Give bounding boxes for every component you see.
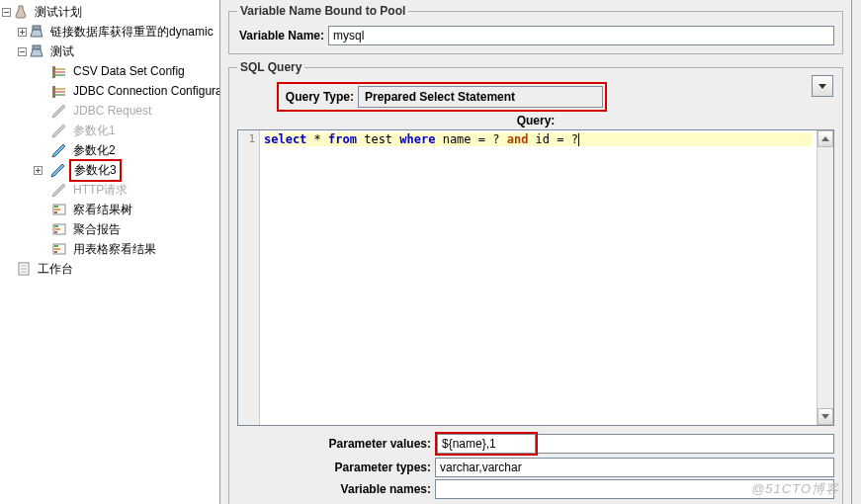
query-label: Query: (237, 114, 834, 127)
tree-root[interactable]: 测试计划 (0, 2, 219, 22)
tree-jdbc-request[interactable]: JDBC Request (0, 101, 219, 121)
dropdown-button[interactable] (812, 75, 833, 97)
tree-label: 参数化1 (70, 122, 119, 140)
tree-http-request[interactable]: HTTP请求 (0, 180, 219, 200)
querytype-value: Prepared Select Statement (358, 86, 603, 108)
paramvalues-input[interactable] (437, 434, 536, 454)
tree-label: 测试计划 (32, 3, 85, 22)
config-panel: Variable Name Bound to Pool Variable Nam… (220, 0, 851, 504)
varname-label: Variable Name: (237, 29, 328, 42)
querytype-dropdown[interactable]: Prepared Select Statement (358, 86, 603, 108)
config-icon (51, 63, 67, 79)
tree-workbench[interactable]: 工作台 (0, 259, 219, 279)
sampler-icon (51, 103, 67, 119)
svg-rect-5 (52, 66, 55, 78)
tree-threadgroup-1[interactable]: 链接数据库获得重置的dynamic (0, 22, 219, 42)
sql-editor[interactable]: 1 select * from test where name = ? and … (237, 129, 834, 426)
svg-rect-19 (54, 245, 58, 247)
watermark: @51CTO博客 (751, 480, 839, 498)
svg-rect-9 (52, 86, 55, 98)
fieldset-legend: SQL Query (237, 60, 304, 74)
scroll-down-icon[interactable] (818, 408, 833, 425)
toggle-icon[interactable] (34, 166, 43, 175)
tree-label: HTTP请求 (70, 181, 130, 200)
svg-rect-17 (54, 231, 57, 233)
tree-label: 用表格察看结果 (70, 240, 159, 259)
querytype-label: Query Type: (281, 90, 358, 104)
svg-rect-21 (54, 251, 57, 253)
workbench-icon (16, 261, 32, 277)
tree-label: 参数化3 (69, 159, 122, 182)
fieldset-varname: Variable Name Bound to Pool Variable Nam… (228, 4, 843, 54)
svg-rect-15 (54, 225, 58, 227)
paramtypes-input[interactable] (435, 458, 834, 477)
editor-content[interactable]: select * from test where name = ? and id… (260, 130, 817, 425)
tree-param3[interactable]: 参数化3 (0, 160, 219, 180)
sampler-icon (51, 142, 67, 158)
svg-rect-13 (54, 211, 57, 213)
paramtypes-label: Parameter types: (237, 461, 435, 474)
svg-rect-20 (54, 248, 60, 250)
varnames-label: Variable names: (237, 482, 435, 496)
listener-icon (51, 221, 67, 237)
tree-label: JDBC Request (70, 103, 154, 119)
listener-icon (51, 202, 67, 217)
flask-icon (13, 4, 29, 20)
sampler-icon (51, 123, 67, 138)
tree-param1[interactable]: 参数化1 (0, 121, 219, 140)
tree-param2[interactable]: 参数化2 (0, 140, 219, 160)
tree-label: 链接数据库获得重置的dynamic (47, 23, 216, 42)
paramvalues-input-ext[interactable] (538, 434, 834, 454)
svg-rect-11 (54, 206, 58, 208)
tree-table-results[interactable]: 用表格察看结果 (0, 239, 219, 259)
svg-rect-1 (33, 45, 41, 49)
svg-rect-0 (33, 26, 41, 30)
tree-results-tree[interactable]: 察看结果树 (0, 200, 219, 219)
fieldset-legend: Variable Name Bound to Pool (237, 4, 408, 18)
listener-icon (51, 241, 67, 257)
svg-rect-16 (54, 228, 60, 230)
tree-jdbc-config[interactable]: JDBC Connection Configurat (0, 81, 219, 101)
tree-label: 聚合报告 (70, 220, 124, 239)
text-cursor (578, 133, 579, 146)
threadgroup-icon (29, 43, 44, 59)
tree-label: JDBC Connection Configurat (70, 83, 220, 99)
editor-gutter: 1 (238, 130, 260, 425)
toggle-icon[interactable] (18, 28, 27, 37)
toggle-icon[interactable] (2, 8, 11, 17)
paramvalues-label: Parameter values: (237, 437, 435, 451)
threadgroup-icon (29, 24, 44, 40)
tree-label: 测试 (47, 42, 77, 61)
tree-threadgroup-2[interactable]: 测试 (0, 42, 219, 61)
editor-scrollbar[interactable] (817, 130, 833, 425)
scroll-up-icon[interactable] (818, 130, 833, 147)
tree-csv-config[interactable]: CSV Data Set Config (0, 61, 219, 81)
fieldset-sqlquery: SQL Query Query Type: Prepared Select St… (228, 60, 843, 504)
svg-rect-12 (54, 209, 60, 210)
tree-label: 工作台 (35, 260, 76, 279)
tree-label: 参数化2 (70, 141, 119, 160)
toggle-icon[interactable] (18, 47, 27, 56)
sampler-icon (51, 182, 67, 198)
config-icon (51, 83, 67, 99)
tree-label: 察看结果树 (70, 201, 135, 219)
sampler-icon (50, 162, 66, 178)
tree-aggregate-report[interactable]: 聚合报告 (0, 219, 219, 239)
tree-panel: 测试计划 链接数据库获得重置的dynamic 测试 CSV Data Set C… (0, 0, 220, 504)
tree-label: CSV Data Set Config (70, 63, 188, 79)
varname-input[interactable] (328, 26, 834, 45)
